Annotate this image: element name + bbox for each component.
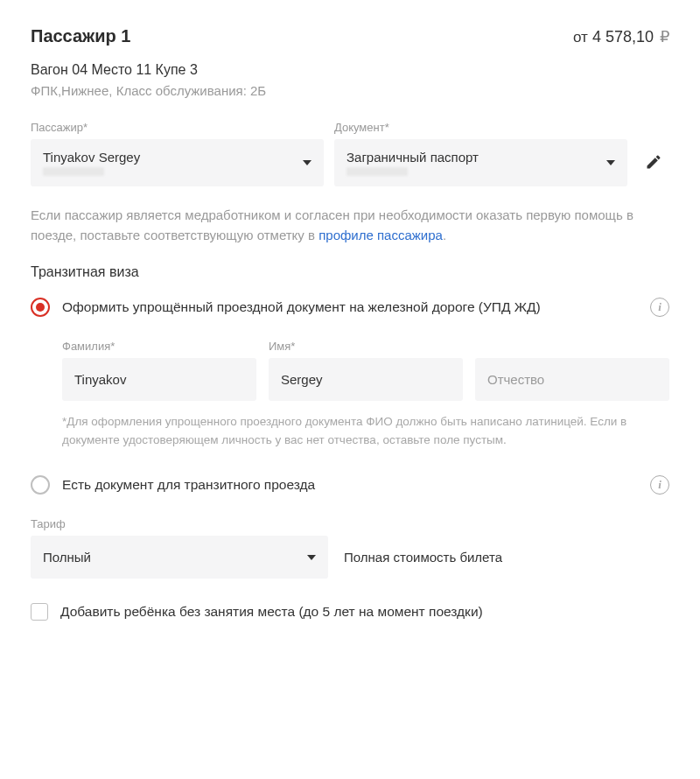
pencil-icon bbox=[645, 153, 662, 171]
passenger-dropdown[interactable]: Tinyakov Sergey bbox=[31, 139, 324, 186]
chevron-down-icon bbox=[303, 160, 312, 165]
transit-option2-radio[interactable] bbox=[31, 475, 50, 495]
patronymic-label bbox=[475, 340, 669, 353]
surname-label: Фамилия* bbox=[62, 340, 256, 353]
surname-input[interactable] bbox=[62, 358, 256, 401]
edit-button[interactable] bbox=[638, 146, 669, 178]
seat-info: Вагон 04 Место 11 Купе 3 bbox=[31, 62, 669, 78]
passenger-title: Пассажир 1 bbox=[31, 26, 130, 46]
info-icon[interactable]: i bbox=[650, 475, 669, 495]
document-dropdown-value: Заграничный паспорт bbox=[346, 150, 479, 165]
name-label: Имя* bbox=[269, 340, 463, 353]
patronymic-input[interactable] bbox=[475, 358, 669, 401]
passenger-profile-link[interactable]: профиле пассажира bbox=[318, 228, 443, 242]
price: от 4 578,10 ₽ bbox=[573, 27, 669, 46]
tariff-dropdown[interactable]: Полный bbox=[31, 536, 328, 579]
passenger-dropdown-subtext bbox=[43, 167, 104, 176]
name-input[interactable] bbox=[269, 358, 463, 401]
price-amount: 4 578,10 bbox=[592, 28, 654, 46]
tariff-dropdown-value: Полный bbox=[43, 550, 91, 565]
info-icon[interactable]: i bbox=[650, 298, 669, 317]
passenger-dropdown-value: Tinyakov Sergey bbox=[43, 150, 140, 165]
helper-text-after: . bbox=[443, 228, 446, 242]
document-field-label: Документ* bbox=[334, 121, 627, 134]
price-from: от bbox=[573, 29, 588, 46]
tariff-description: Полная стоимость билета bbox=[344, 550, 502, 579]
add-child-label: Добавить ребёнка без занятия места (до 5… bbox=[60, 604, 483, 620]
medworker-helper: Если пассажир является медработником и с… bbox=[31, 206, 669, 245]
chevron-down-icon bbox=[307, 555, 316, 560]
transit-visa-title: Транзитная виза bbox=[31, 264, 669, 280]
price-currency: ₽ bbox=[660, 28, 669, 46]
class-info: ФПК,Нижнее, Класс обслуживания: 2Б bbox=[31, 83, 669, 98]
chevron-down-icon bbox=[606, 160, 615, 165]
transit-option1-label: Оформить упрощённый проездной документ н… bbox=[62, 298, 638, 317]
transit-option1-radio[interactable] bbox=[31, 298, 50, 317]
tariff-label: Тариф bbox=[31, 517, 328, 530]
add-child-checkbox[interactable] bbox=[31, 603, 48, 621]
passenger-field-label: Пассажир* bbox=[31, 121, 324, 134]
radio-dot-icon bbox=[36, 303, 45, 312]
latin-note: *Для оформления упрощенного проездного д… bbox=[62, 413, 669, 449]
document-dropdown[interactable]: Заграничный паспорт bbox=[334, 139, 627, 186]
document-dropdown-subtext bbox=[346, 167, 408, 176]
transit-option2-label: Есть документ для транзитного проезда bbox=[62, 475, 638, 495]
